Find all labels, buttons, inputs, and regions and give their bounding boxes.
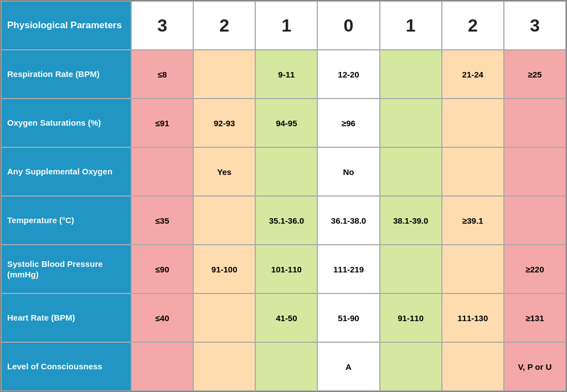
cell-r0-c0: ≤8 [131, 50, 193, 99]
cell-r6-c1 [193, 342, 255, 391]
cell-r2-c1: Yes [193, 147, 255, 196]
cell-r5-c2: 41-50 [255, 293, 317, 342]
cell-r3-c4: 38.1-39.0 [380, 196, 442, 245]
cell-r1-c5 [442, 99, 504, 147]
cell-r5-c1 [193, 293, 255, 342]
row-label-1: Oxygen Saturations (%) [1, 99, 131, 147]
cell-r0-c1 [193, 50, 255, 99]
cell-r5-c5: 111-130 [442, 293, 504, 342]
row-label-6: Level of Consciousness [1, 342, 131, 391]
cell-r6-c3: A [317, 342, 379, 391]
cell-r6-c5 [442, 342, 504, 391]
cell-r3-c1 [193, 196, 255, 245]
cell-r4-c1: 91-100 [193, 245, 255, 293]
header-score-3l: 3 [131, 1, 193, 50]
cell-r2-c6 [504, 147, 566, 196]
cell-r2-c4 [380, 147, 442, 196]
cell-r4-c0: ≤90 [131, 245, 193, 293]
cell-r6-c6: V, P or U [504, 342, 566, 391]
cell-r0-c2: 9-11 [255, 50, 317, 99]
header-score-1r: 1 [380, 1, 442, 50]
cell-r0-c4 [380, 50, 442, 99]
cell-r2-c0 [131, 147, 193, 196]
cell-r6-c2 [255, 342, 317, 391]
cell-r1-c0: ≤91 [131, 99, 193, 147]
cell-r5-c3: 51-90 [317, 293, 379, 342]
cell-r4-c5 [442, 245, 504, 293]
cell-r3-c5: ≥39.1 [442, 196, 504, 245]
cell-r2-c5 [442, 147, 504, 196]
cell-r2-c3: No [317, 147, 379, 196]
cell-r6-c0 [131, 342, 193, 391]
row-label-4: Systolic Blood Pressure (mmHg) [1, 245, 131, 293]
header-score-3r: 3 [504, 1, 566, 50]
news-table: Physiological Parameters 3 2 1 0 1 2 3 R… [0, 0, 567, 392]
cell-r3-c6 [504, 196, 566, 245]
cell-r4-c6: ≥220 [504, 245, 566, 293]
cell-r4-c4 [380, 245, 442, 293]
cell-r5-c6: ≥131 [504, 293, 566, 342]
header-score-2l: 2 [193, 1, 255, 50]
header-param-label: Physiological Parameters [1, 1, 131, 50]
cell-r0-c6: ≥25 [504, 50, 566, 99]
cell-r4-c2: 101-110 [255, 245, 317, 293]
cell-r1-c2: 94-95 [255, 99, 317, 147]
cell-r0-c3: 12-20 [317, 50, 379, 99]
cell-r3-c0: ≤35 [131, 196, 193, 245]
cell-r1-c1: 92-93 [193, 99, 255, 147]
cell-r4-c3: 111-219 [317, 245, 379, 293]
cell-r5-c4: 91-110 [380, 293, 442, 342]
header-score-0: 0 [317, 1, 379, 50]
cell-r0-c5: 21-24 [442, 50, 504, 99]
cell-r3-c3: 36.1-38.0 [317, 196, 379, 245]
cell-r5-c0: ≤40 [131, 293, 193, 342]
row-label-0: Respiration Rate (BPM) [1, 50, 131, 99]
cell-r1-c4 [380, 99, 442, 147]
row-label-3: Temperature (°C) [1, 196, 131, 245]
header-score-1l: 1 [255, 1, 317, 50]
row-label-5: Heart Rate (BPM) [1, 293, 131, 342]
cell-r3-c2: 35.1-36.0 [255, 196, 317, 245]
cell-r1-c6 [504, 99, 566, 147]
table-grid: Physiological Parameters 3 2 1 0 1 2 3 R… [1, 1, 566, 391]
cell-r2-c2 [255, 147, 317, 196]
header-score-2r: 2 [442, 1, 504, 50]
cell-r6-c4 [380, 342, 442, 391]
cell-r1-c3: ≥96 [317, 99, 379, 147]
row-label-2: Any Supplemental Oxygen [1, 147, 131, 196]
